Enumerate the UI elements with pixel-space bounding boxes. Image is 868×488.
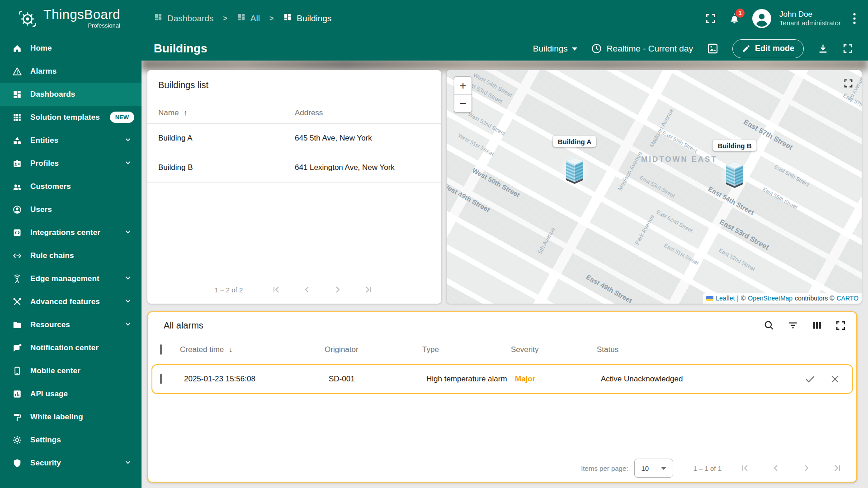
map-zoom-control: + − bbox=[454, 76, 472, 113]
previous-page-button[interactable] bbox=[302, 284, 312, 295]
first-page-button[interactable] bbox=[740, 463, 750, 474]
sidebar-item-profiles[interactable]: Profiles bbox=[0, 152, 142, 175]
row-checkbox[interactable] bbox=[160, 374, 162, 384]
top-bar: Dashboards>All>Buildings 1 bbox=[142, 0, 868, 37]
sidebar-item-alarms[interactable]: Alarms bbox=[0, 60, 142, 83]
search-button[interactable] bbox=[763, 319, 775, 331]
warning-icon bbox=[11, 66, 23, 77]
user-name: John Doe bbox=[779, 9, 841, 19]
column-header-name[interactable]: Name ↑ bbox=[158, 108, 295, 117]
sidebar-item-users[interactable]: Users bbox=[0, 198, 142, 221]
column-header-status[interactable]: Status bbox=[597, 345, 797, 354]
dashboard-icon bbox=[237, 13, 246, 24]
sidebar-item-entities[interactable]: Entities bbox=[0, 129, 142, 152]
dashboard-icon bbox=[283, 13, 292, 24]
alarm-row[interactable]: 2025-01-23 15:56:08SD-001High temperatur… bbox=[151, 364, 853, 394]
leaflet-link[interactable]: Leaflet bbox=[716, 295, 735, 302]
sidebar-item-advanced-features[interactable]: Advanced features bbox=[0, 290, 142, 313]
previous-page-button[interactable] bbox=[770, 463, 781, 474]
sidebar-item-rule-chains[interactable]: Rule chains bbox=[0, 244, 142, 267]
tools-icon bbox=[11, 296, 23, 307]
widget-title: Buildings list bbox=[147, 70, 441, 90]
sidebar-item-mobile-center[interactable]: Mobile center bbox=[0, 359, 142, 382]
acknowledge-button[interactable] bbox=[804, 373, 816, 385]
entities-icon bbox=[11, 135, 23, 146]
clock-icon bbox=[591, 43, 602, 54]
column-header-address[interactable]: Address bbox=[295, 108, 441, 117]
sidebar-item-dashboards[interactable]: Dashboards bbox=[0, 83, 142, 106]
sidebar-item-settings[interactable]: Settings bbox=[0, 428, 142, 451]
brand-edition: Professional bbox=[88, 23, 120, 28]
sidebar-item-notification-center[interactable]: Notification center bbox=[0, 336, 142, 359]
breadcrumb-item-all[interactable]: All bbox=[237, 13, 260, 24]
profiles-icon bbox=[11, 158, 23, 169]
download-button[interactable] bbox=[817, 43, 829, 54]
first-page-button[interactable] bbox=[271, 284, 282, 295]
sidebar-item-customers[interactable]: Customers bbox=[0, 175, 142, 198]
breadcrumb-item-buildings[interactable]: Buildings bbox=[283, 13, 331, 24]
columns-button[interactable] bbox=[811, 319, 823, 331]
brand-logo[interactable]: ThingsBoard Professional bbox=[0, 0, 142, 37]
user-circle-icon bbox=[11, 204, 23, 215]
chevron-down-icon bbox=[123, 458, 132, 469]
clear-alarm-button[interactable] bbox=[830, 373, 840, 385]
more-menu-button[interactable] bbox=[853, 13, 856, 24]
marker-label: Building B bbox=[713, 140, 757, 151]
column-header-created-time[interactable]: Created time ↓ bbox=[180, 345, 325, 354]
marker-label: Building A bbox=[553, 136, 596, 147]
paint-icon bbox=[11, 411, 23, 422]
last-page-button[interactable] bbox=[363, 284, 374, 295]
sidebar-item-solution-templates[interactable]: Solution templatesNEW bbox=[0, 106, 142, 129]
user-menu[interactable] bbox=[752, 9, 771, 28]
toolbar-fullscreen-button[interactable] bbox=[842, 43, 854, 54]
carto-link[interactable]: CARTO bbox=[837, 295, 859, 302]
fullscreen-button[interactable] bbox=[705, 13, 717, 24]
timewindow-button[interactable]: Realtime - Current day bbox=[591, 43, 693, 54]
pencil-icon bbox=[742, 44, 750, 53]
next-page-button[interactable] bbox=[801, 463, 812, 474]
column-header-originator[interactable]: Originator bbox=[325, 345, 422, 354]
notifications-button[interactable]: 1 bbox=[728, 12, 741, 24]
map-attribution: Leaflet | © OpenStreetMap contributors ©… bbox=[703, 293, 862, 304]
breadcrumb-item-dashboards[interactable]: Dashboards bbox=[154, 13, 213, 24]
fullscreen-icon bbox=[842, 43, 854, 54]
sidebar-item-white-labeling[interactable]: White labeling bbox=[0, 405, 142, 428]
sidebar-item-home[interactable]: Home bbox=[0, 37, 142, 60]
page-range: 1 – 1 of 1 bbox=[693, 465, 722, 472]
new-badge: NEW bbox=[110, 112, 134, 123]
sidebar-item-integrations-center[interactable]: Integrations center bbox=[0, 221, 142, 244]
caret-down-icon bbox=[572, 47, 577, 51]
sidebar-item-security[interactable]: Security bbox=[0, 451, 142, 474]
items-per-page-select[interactable]: 10 bbox=[634, 459, 673, 478]
table-row[interactable]: Building A645 5th Ave, New York bbox=[147, 124, 441, 153]
filter-button[interactable] bbox=[787, 319, 799, 331]
customers-icon bbox=[11, 181, 23, 192]
search-icon bbox=[763, 319, 775, 331]
map-fullscreen-button[interactable] bbox=[843, 78, 854, 90]
avatar bbox=[752, 9, 771, 28]
dashboard-state-selector[interactable]: Buildings bbox=[533, 44, 577, 54]
sidebar-item-api-usage[interactable]: API usage bbox=[0, 382, 142, 405]
table-row[interactable]: Building B641 Lexington Ave, New York bbox=[147, 153, 441, 183]
map-canvas[interactable]: West 54th StreetWest 53rd StreetWest 52n… bbox=[447, 70, 862, 304]
next-page-button[interactable] bbox=[332, 284, 343, 295]
select-all-checkbox[interactable] bbox=[160, 344, 162, 355]
zoom-in-button[interactable]: + bbox=[454, 77, 472, 95]
osm-link[interactable]: OpenStreetMap bbox=[748, 295, 793, 302]
column-header-severity[interactable]: Severity bbox=[511, 345, 597, 354]
breadcrumb-separator: > bbox=[267, 14, 276, 23]
apps-icon bbox=[11, 112, 23, 123]
edit-mode-button[interactable]: Edit mode bbox=[732, 39, 804, 58]
dashboard-image-button[interactable] bbox=[707, 42, 719, 55]
last-page-button[interactable] bbox=[832, 463, 843, 474]
items-per-page-label: Items per page: bbox=[581, 465, 628, 472]
sidebar-item-resources[interactable]: Resources bbox=[0, 313, 142, 336]
widget-fullscreen-button[interactable] bbox=[835, 320, 846, 331]
column-header-type[interactable]: Type bbox=[422, 345, 511, 354]
cell-name: Building A bbox=[158, 134, 295, 143]
integrations-icon bbox=[11, 227, 23, 238]
dashboard-content: Buildings list Name ↑ Address Building A… bbox=[142, 61, 868, 488]
sidebar-item-edge-management[interactable]: Edge management bbox=[0, 267, 142, 290]
dashboard-toolbar: Buildings Buildings Realtime - Current d… bbox=[142, 37, 868, 61]
zoom-out-button[interactable]: − bbox=[454, 95, 472, 113]
